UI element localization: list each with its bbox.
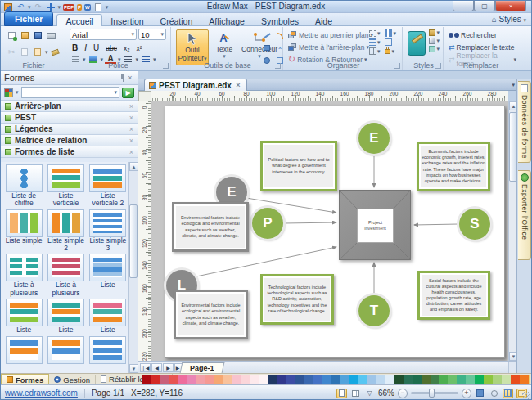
color-swatch[interactable]	[286, 375, 295, 384]
columns-icon[interactable]: ▾	[384, 29, 397, 37]
shape-thumbnail[interactable]	[89, 254, 126, 281]
organiser-dialog-launcher[interactable]	[394, 63, 400, 69]
color-swatch[interactable]	[367, 375, 376, 384]
next-page-icon[interactable]: ▶	[163, 363, 174, 372]
library-color-icon[interactable]	[4, 88, 13, 97]
section-close-icon[interactable]: ×	[129, 102, 133, 110]
zoom-in-icon[interactable]: +	[462, 389, 471, 398]
shape-thumbnail[interactable]	[6, 164, 43, 192]
stencil-shape[interactable]	[4, 336, 43, 372]
line-tool-icon[interactable]	[261, 30, 273, 41]
italic-button[interactable]: I	[82, 43, 89, 53]
filter-icon[interactable]: ▽	[364, 389, 375, 398]
select-area-icon[interactable]: ▾	[368, 29, 381, 37]
cut-icon[interactable]: ✂	[6, 47, 17, 57]
color-swatch[interactable]	[277, 375, 286, 384]
strikethrough-button[interactable]: abc	[103, 43, 119, 53]
pointer-tool-button[interactable]: Outil Pointeur▾	[176, 29, 209, 65]
align-shapes-icon[interactable]: ▾	[368, 38, 381, 46]
section-close-icon[interactable]: ×	[129, 148, 133, 156]
pest-node-circle[interactable]: S	[459, 209, 490, 240]
color-swatch[interactable]	[160, 375, 169, 384]
underline-button[interactable]: U	[91, 43, 101, 53]
shape-thumbnail[interactable]	[89, 164, 126, 192]
color-swatch[interactable]	[349, 375, 358, 384]
panel-scrollbar[interactable]: ▲ ▼	[128, 162, 138, 373]
stencil-shape[interactable]: Liste	[88, 254, 128, 297]
color-swatch[interactable]	[448, 375, 457, 384]
line-style-icon[interactable]: ▾	[428, 38, 440, 44]
shape-thumbnail[interactable]	[6, 336, 43, 364]
prev-page-icon[interactable]: ◀	[151, 363, 162, 372]
zoom-slider[interactable]	[411, 392, 458, 394]
color-swatch[interactable]	[205, 375, 214, 384]
pin-icon[interactable]	[119, 74, 126, 82]
color-swatch[interactable]	[322, 375, 331, 384]
task-tab[interactable]: Exporter l'Office	[518, 170, 531, 260]
scroll-down-icon[interactable]: ▼	[129, 364, 138, 373]
shape-thumbnail[interactable]	[6, 209, 43, 237]
document-tab[interactable]: PEST Diagram.edx ×	[144, 79, 247, 91]
color-swatch[interactable]	[493, 375, 502, 384]
rectangle-tool-icon[interactable]	[261, 43, 273, 53]
styles-dialog-launcher[interactable]	[435, 63, 441, 69]
color-swatch[interactable]	[484, 375, 493, 384]
color-swatch[interactable]	[178, 375, 187, 384]
color-swatch[interactable]	[241, 375, 250, 384]
color-swatch[interactable]	[422, 375, 431, 384]
stencil-section-header[interactable]: PEST×	[1, 111, 138, 124]
color-swatch[interactable]	[214, 375, 223, 384]
shape-thumbnail[interactable]	[47, 209, 84, 237]
center-label[interactable]: Project investment	[357, 209, 394, 243]
color-swatch[interactable]	[404, 375, 413, 384]
print-icon[interactable]	[45, 30, 56, 41]
shape-thumbnail[interactable]	[47, 336, 84, 364]
page-tab[interactable]: Page-1	[180, 362, 224, 373]
shadow-style-icon[interactable]: ▾	[428, 46, 440, 52]
color-swatch[interactable]	[502, 375, 511, 384]
stencil-shape[interactable]: Liste	[88, 299, 128, 335]
copy-icon[interactable]	[19, 47, 30, 57]
scroll-up-icon[interactable]: ▲	[129, 162, 138, 171]
color-swatch[interactable]	[475, 375, 484, 384]
tab-fichier[interactable]: Fichier	[4, 11, 53, 26]
text-tool-button[interactable]: A Texte▾	[212, 29, 237, 65]
edrawsoft-link[interactable]: www.edrawsoft.com	[5, 389, 78, 398]
arc-tool-icon[interactable]	[274, 30, 286, 41]
new-document-icon[interactable]	[6, 30, 17, 41]
close-button[interactable]: ×	[495, 1, 526, 11]
normal-view-icon[interactable]	[336, 389, 347, 398]
color-swatch[interactable]	[313, 375, 322, 384]
maximize-button[interactable]: ▢	[474, 1, 495, 11]
send-to-back-button[interactable]: Mettre à l'arrière-plan▾	[288, 42, 369, 52]
color-swatch[interactable]	[169, 375, 178, 384]
pest-text-box[interactable]: Environmental factors include ecological…	[172, 202, 249, 252]
minimize-button[interactable]: –	[453, 1, 474, 11]
drawing-page[interactable]: Project investment EPSTEL Political fact…	[165, 106, 505, 358]
color-swatch[interactable]	[520, 375, 529, 384]
grid-toggle-icon[interactable]	[503, 389, 513, 398]
stencil-shape[interactable]: Liste de chiffre	[4, 164, 43, 208]
shape-thumbnail[interactable]	[6, 254, 43, 281]
pest-text-box[interactable]: Economic factors include economic growth…	[417, 142, 490, 191]
color-swatch[interactable]	[394, 375, 404, 384]
section-close-icon[interactable]: ×	[129, 125, 133, 133]
shape-thumbnail[interactable]	[89, 209, 126, 237]
tab-formes[interactable]: Formes	[1, 374, 49, 384]
color-swatch[interactable]	[232, 375, 241, 384]
pest-node-circle[interactable]: P	[252, 208, 283, 239]
open-folder-icon[interactable]	[19, 30, 30, 41]
styles-menu-button[interactable]: ⌂ Styles ▾	[492, 15, 526, 24]
style-brush-icon[interactable]	[408, 31, 426, 56]
canvas-viewport[interactable]: Project investment EPSTEL Political fact…	[151, 101, 508, 361]
color-swatch[interactable]	[268, 375, 277, 384]
color-swatch[interactable]	[142, 375, 151, 384]
library-go-button[interactable]: ▶	[122, 88, 134, 98]
zoom-out-icon[interactable]: −	[398, 389, 408, 398]
outils-dialog-launcher[interactable]	[275, 63, 281, 69]
color-swatch[interactable]	[196, 375, 205, 384]
fill-style-icon[interactable]: ▾	[428, 29, 440, 36]
color-swatch[interactable]	[340, 375, 349, 384]
stencil-section-header[interactable]: Matrice de relation×	[1, 134, 138, 146]
section-close-icon[interactable]: ×	[129, 114, 133, 122]
